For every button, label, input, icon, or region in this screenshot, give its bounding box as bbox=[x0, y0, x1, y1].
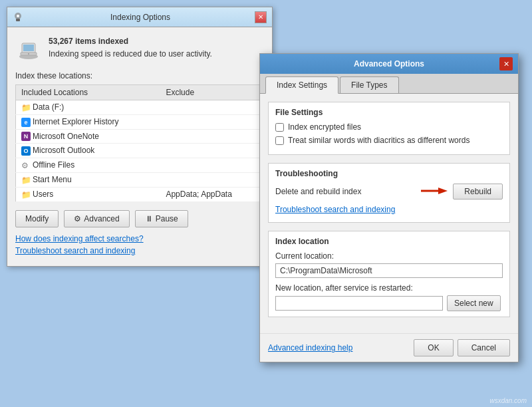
status-count: 53,267 items indexed bbox=[49, 35, 212, 48]
rebuild-label: Delete and rebuild index bbox=[275, 187, 361, 196]
new-location-label: New location, after service is restarted… bbox=[275, 283, 503, 293]
pause-btn-label: Pause bbox=[156, 214, 178, 223]
table-row: 📁Users AppData; AppData bbox=[16, 187, 264, 202]
pause-btn-icon: ⏸ bbox=[145, 214, 153, 223]
status-note: Indexing speed is reduced due to user ac… bbox=[49, 48, 212, 61]
troubleshoot-search-link[interactable]: Troubleshoot search and indexing bbox=[275, 205, 503, 214]
index-location-section: Index location Current location: New loc… bbox=[268, 231, 510, 317]
how-indexing-link[interactable]: How does indexing affect searches? bbox=[15, 234, 264, 243]
indexing-window-title: Indexing Options bbox=[26, 13, 255, 22]
select-new-button[interactable]: Select new bbox=[447, 295, 501, 311]
table-row: eInternet Explorer History bbox=[16, 114, 264, 129]
checkbox-diacritics-label: Treat similar words with diacritics as d… bbox=[288, 136, 469, 145]
tab-file-types[interactable]: File Types bbox=[340, 76, 398, 93]
location-exclude: AppData; AppData bbox=[160, 187, 263, 202]
rebuild-right: Rebuild bbox=[421, 184, 503, 200]
file-settings-title: File Settings bbox=[275, 108, 503, 117]
svg-rect-5 bbox=[23, 45, 34, 51]
tab-index-settings-label: Index Settings bbox=[277, 80, 327, 90]
file-settings-section: File Settings Index encrypted files Trea… bbox=[268, 102, 510, 155]
location-exclude bbox=[160, 173, 263, 188]
location-exclude bbox=[160, 114, 263, 129]
location-name: OMicrosoft Outlook bbox=[16, 144, 161, 158]
current-location-label: Current location: bbox=[275, 251, 503, 261]
current-location-input[interactable] bbox=[275, 263, 503, 278]
location-name: NMicrosoft OneNote bbox=[16, 129, 161, 144]
col-exclude: Exclude bbox=[160, 85, 263, 100]
table-row: OMicrosoft Outlook bbox=[16, 144, 264, 158]
arrow-icon bbox=[421, 186, 448, 198]
checkbox-encrypted-row: Index encrypted files bbox=[275, 122, 503, 132]
troubleshoot-link-main[interactable]: Troubleshoot search and indexing bbox=[15, 246, 264, 255]
location-exclude bbox=[160, 100, 263, 115]
tab-bar: Index Settings File Types bbox=[260, 74, 518, 94]
table-row: 📁Data (F:) bbox=[16, 100, 264, 115]
svg-marker-9 bbox=[438, 188, 448, 194]
indexing-titlebar: Indexing Options ✕ bbox=[7, 7, 272, 27]
rebuild-row: Delete and rebuild index Rebuild bbox=[275, 184, 503, 200]
indexing-status-area: 53,267 items indexed Indexing speed is r… bbox=[15, 35, 264, 62]
indexing-close-btn[interactable]: ✕ bbox=[255, 11, 267, 23]
modify-button[interactable]: Modify bbox=[15, 210, 59, 227]
advanced-footer: Advanced indexing help OK Cancel bbox=[260, 333, 518, 362]
advanced-button[interactable]: ⚙ Advanced bbox=[64, 210, 129, 227]
svg-rect-1 bbox=[16, 19, 20, 21]
advanced-btn-icon: ⚙ bbox=[74, 214, 81, 223]
advanced-options-window: Advanced Options ✕ Index Settings File T… bbox=[259, 53, 519, 362]
location-name: 📁Start Menu bbox=[16, 173, 161, 188]
advanced-body: File Settings Index encrypted files Trea… bbox=[260, 94, 518, 333]
ok-button[interactable]: OK bbox=[414, 339, 453, 356]
advanced-indexing-help-link[interactable]: Advanced indexing help bbox=[268, 343, 352, 352]
indexing-window-buttons: Modify ⚙ Advanced ⏸ Pause bbox=[15, 210, 264, 227]
rebuild-button[interactable]: Rebuild bbox=[453, 184, 503, 200]
checkbox-encrypted[interactable] bbox=[275, 123, 284, 132]
index-location-title: Index location bbox=[275, 237, 503, 246]
indexing-status-icon bbox=[15, 35, 42, 62]
location-name: 📁Users bbox=[16, 187, 161, 202]
watermark: wsxdan.com bbox=[489, 397, 527, 404]
indexing-window-controls: ✕ bbox=[255, 11, 267, 23]
checkbox-diacritics[interactable] bbox=[275, 136, 284, 145]
svg-point-7 bbox=[28, 53, 29, 55]
indexing-options-window: Indexing Options ✕ 53,267 items indexed … bbox=[7, 7, 273, 267]
checkbox-diacritics-row: Treat similar words with diacritics as d… bbox=[275, 136, 503, 145]
table-row: 📁Start Menu bbox=[16, 173, 264, 188]
tab-file-types-label: File Types bbox=[351, 80, 387, 90]
advanced-btn-label: Advanced bbox=[84, 214, 119, 223]
advanced-window-title: Advanced Options bbox=[348, 59, 430, 68]
advanced-footer-buttons: OK Cancel bbox=[414, 339, 510, 356]
location-exclude bbox=[160, 158, 263, 173]
location-exclude bbox=[160, 129, 263, 144]
location-name: eInternet Explorer History bbox=[16, 114, 161, 129]
pause-button[interactable]: ⏸ Pause bbox=[135, 210, 188, 227]
advanced-titlebar: Advanced Options ✕ bbox=[260, 54, 518, 74]
tab-index-settings[interactable]: Index Settings bbox=[265, 76, 338, 94]
svg-point-2 bbox=[17, 15, 19, 17]
cancel-button[interactable]: Cancel bbox=[458, 339, 510, 356]
checkbox-encrypted-label: Index encrypted files bbox=[288, 122, 361, 132]
indexing-window-body: 53,267 items indexed Indexing speed is r… bbox=[7, 27, 272, 266]
indexing-title-icon bbox=[13, 12, 23, 23]
locations-table: Included Locations Exclude 📁Data (F:) eI… bbox=[15, 84, 264, 202]
location-name: ⚙Offline Files bbox=[16, 158, 161, 173]
table-row: NMicrosoft OneNote bbox=[16, 129, 264, 144]
locations-section-label: Index these locations: bbox=[15, 71, 264, 80]
location-exclude bbox=[160, 144, 263, 158]
location-name: 📁Data (F:) bbox=[16, 100, 161, 115]
table-row: ⚙Offline Files bbox=[16, 158, 264, 173]
new-location-input[interactable] bbox=[275, 296, 443, 311]
new-location-row: Select new bbox=[275, 295, 503, 311]
troubleshooting-title: Troubleshooting bbox=[275, 169, 503, 178]
col-included: Included Locations bbox=[16, 85, 161, 100]
status-text-block: 53,267 items indexed Indexing speed is r… bbox=[49, 35, 212, 61]
troubleshooting-section: Troubleshooting Delete and rebuild index… bbox=[268, 163, 510, 223]
advanced-close-btn[interactable]: ✕ bbox=[499, 57, 513, 70]
